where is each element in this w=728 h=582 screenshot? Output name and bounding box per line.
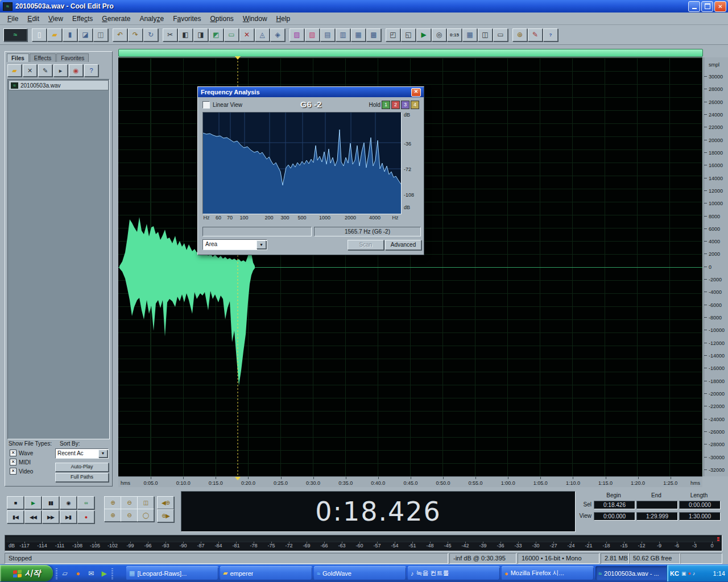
fast-forward-button[interactable]: ▶▶ [42,510,59,523]
copy-button[interactable]: ◧ [178,28,193,41]
dialog-close-button[interactable]: ✕ [411,88,421,97]
cut-button[interactable]: ✂ [163,28,177,41]
quicklaunch-show-desktop-icon[interactable]: ▱ [59,567,71,580]
mix-paste-button[interactable]: ◩ [209,28,224,41]
sel-begin-value[interactable]: 0:18.426 [594,501,635,509]
zoom-right-edge-button[interactable]: ⊕▶ [157,509,174,522]
new-file-button[interactable]: ▯ [32,28,47,41]
analysis-mode-dropdown[interactable]: Area ▼ [202,239,267,250]
open-file-icon[interactable]: ▰ [7,64,22,77]
linear-view-checkbox[interactable] [202,101,210,109]
file-list[interactable]: ≈20100503a.wav [7,79,110,439]
tray-ime-icon[interactable]: ▣ [681,571,686,576]
task-button[interactable]: ●Mozilla Firefox 시... [502,566,594,580]
go-to-beginning-button[interactable]: ▮◀ [7,510,24,523]
convert-sample-type-button[interactable]: ◬ [255,28,270,41]
quicklaunch-player-icon[interactable]: ▶ [98,567,110,580]
view-length-value[interactable]: 1:30.000 [679,512,721,521]
zoom-to-selection-button[interactable]: ◫ [137,496,154,509]
paste-button[interactable]: ◨ [193,28,208,41]
settings-button[interactable]: ⊕ [512,28,527,41]
tab-favorites[interactable]: Favorites [56,53,89,62]
stop-button[interactable]: ■ [7,496,24,509]
auto-play-button[interactable]: Auto-Play [55,463,109,472]
horizontal-zoom-scrollbar[interactable] [118,49,703,57]
minimize-button[interactable] [688,1,700,12]
spectrum-plot[interactable] [202,112,402,214]
task-button[interactable]: ▦[Leopard-Raws]... [126,566,218,580]
menu-item-generate[interactable]: Generate [97,14,135,24]
task-button[interactable]: ≈GoldWave [314,566,406,580]
sort-by-dropdown[interactable]: Recent Ac ▼ [55,448,109,459]
sel-end-value[interactable] [636,501,678,509]
menu-item-view[interactable]: View [44,14,68,24]
scripts-button[interactable]: ✎ [528,28,543,41]
trim-button[interactable]: ▭ [224,28,239,41]
view-end-value[interactable]: 1:29.999 [636,512,678,521]
zoom-out-vertical-button[interactable]: ⊖ [121,509,138,522]
task-button[interactable]: ♪녹음 컨트롤 [408,566,500,580]
transport-window-button[interactable]: ◫ [478,28,493,41]
play-to-end-button[interactable]: ◉ [60,496,77,509]
tab-effects[interactable]: Effects [30,53,56,62]
sample-amplitude-ruler[interactable]: smpl 30000280002600024000220002000018000… [704,57,728,476]
level-meter[interactable]: dB -117-114-111-108-105-102-99-96-93-90-… [5,535,722,551]
hold-button-3[interactable]: 3 [401,101,410,109]
dialog-title-bar[interactable]: Frequency Analysis ✕ [198,87,424,97]
rewind-button[interactable]: ◀◀ [24,510,42,523]
playback-cursor-marker-timeline[interactable] [235,477,241,480]
cascade-windows-button[interactable]: ◰ [386,28,400,41]
chevron-down-icon[interactable]: ▼ [98,450,107,458]
monitor-window-button[interactable]: ▭ [493,28,508,41]
timeline-ruler[interactable]: hms hms 0:05.00:10.00:15.00:20.00:25.00:… [118,476,702,488]
checkbox-midi[interactable]: ✕ [10,459,16,465]
menu-item-window[interactable]: Window [238,14,272,24]
menu-item-help[interactable]: Help [272,14,295,24]
title-bar[interactable]: ≈ 20100503a.wav - Cool Edit Pro ✕ [0,0,728,13]
find-beats-button[interactable]: ◎ [432,28,446,41]
linear-view-option[interactable]: Linear View [202,101,242,109]
organizer-window-button[interactable]: ▩ [366,28,381,41]
full-paths-button[interactable]: Full Paths [55,473,109,482]
tray-security-icon[interactable]: ● [688,571,690,576]
cue-sheet-button[interactable]: ▦ [462,28,477,41]
close-button[interactable]: ✕ [714,1,726,12]
close-file-icon[interactable]: ✕ [23,64,37,77]
save-as-button[interactable]: ◪ [78,28,93,41]
spectral-view-button[interactable]: ▨ [289,28,304,41]
zoom-in-vertical-button[interactable]: ⊕ [104,509,121,522]
playback-cursor-marker-top[interactable] [235,56,241,60]
save-file-button[interactable]: ▮ [63,28,77,41]
redo-button[interactable]: ↷ [128,28,143,41]
view-begin-value[interactable]: 0:00.000 [594,512,635,521]
task-button[interactable]: ▰emperer [220,566,312,580]
cue-list-button[interactable]: ▤ [320,28,335,41]
checkbox-video[interactable]: ✕ [10,468,16,475]
taskbar-clock[interactable]: 1:14 [713,570,725,577]
tab-files[interactable]: Files [7,53,29,62]
repeat-last-command-button[interactable]: ↻ [143,28,158,41]
info-window-button[interactable]: ▦ [351,28,366,41]
menu-item-favorites[interactable]: Favorites [168,14,205,24]
tile-windows-button[interactable]: ◱ [401,28,416,41]
zoom-left-edge-button[interactable]: ◀⊕ [157,496,174,509]
file-properties-button[interactable]: ◫ [93,28,108,41]
phase-view-button[interactable]: ▧ [305,28,320,41]
quicklaunch-browser-icon[interactable]: ● [72,567,84,580]
restore-button[interactable] [701,1,713,12]
quicklaunch-mail-icon[interactable]: ✉ [85,567,97,580]
file-type-midi[interactable]: ✕MIDI [10,459,31,465]
edit-file-icon[interactable]: ✎ [38,64,52,77]
sel-length-value[interactable]: 0:00.000 [679,501,721,509]
checkbox-wave[interactable]: ✕ [10,450,16,456]
open-file-button[interactable]: ▰ [47,28,62,41]
menu-item-analyze[interactable]: Analyze [135,14,168,24]
menu-item-file[interactable]: File [3,14,23,24]
chevron-down-icon[interactable]: ▼ [257,240,266,249]
hold-button-4[interactable]: 4 [411,101,419,109]
panel-help-icon[interactable]: ? [84,64,98,77]
quick-launch-handle[interactable] [56,568,57,579]
waveform-multitrack-toggle[interactable]: ≈ [3,28,27,41]
go-to-end-button[interactable]: ▶▮ [60,510,77,523]
hold-button-1[interactable]: 1 [382,101,390,109]
